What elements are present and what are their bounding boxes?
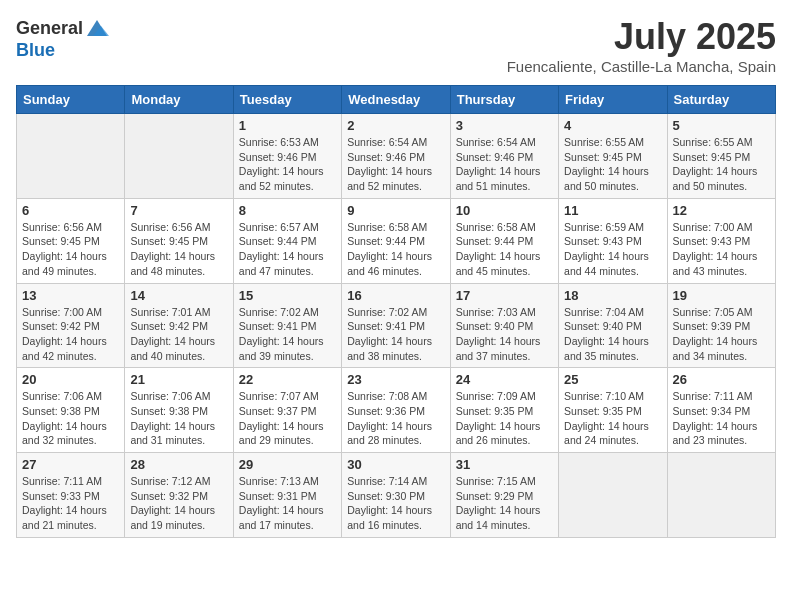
weekday-header-row: SundayMondayTuesdayWednesdayThursdayFrid… (17, 86, 776, 114)
day-number: 20 (22, 372, 119, 387)
day-info: Sunrise: 6:59 AMSunset: 9:43 PMDaylight:… (564, 220, 661, 279)
day-number: 19 (673, 288, 770, 303)
day-number: 18 (564, 288, 661, 303)
calendar-cell: 14Sunrise: 7:01 AMSunset: 9:42 PMDayligh… (125, 283, 233, 368)
calendar-cell: 19Sunrise: 7:05 AMSunset: 9:39 PMDayligh… (667, 283, 775, 368)
weekday-header-cell: Saturday (667, 86, 775, 114)
calendar-cell (559, 453, 667, 538)
calendar-week-row: 1Sunrise: 6:53 AMSunset: 9:46 PMDaylight… (17, 114, 776, 199)
day-info: Sunrise: 6:56 AMSunset: 9:45 PMDaylight:… (22, 220, 119, 279)
day-info: Sunrise: 6:56 AMSunset: 9:45 PMDaylight:… (130, 220, 227, 279)
day-number: 5 (673, 118, 770, 133)
calendar-cell: 12Sunrise: 7:00 AMSunset: 9:43 PMDayligh… (667, 198, 775, 283)
calendar-cell: 23Sunrise: 7:08 AMSunset: 9:36 PMDayligh… (342, 368, 450, 453)
day-number: 21 (130, 372, 227, 387)
day-info: Sunrise: 7:08 AMSunset: 9:36 PMDaylight:… (347, 389, 444, 448)
day-number: 29 (239, 457, 336, 472)
calendar-cell: 2Sunrise: 6:54 AMSunset: 9:46 PMDaylight… (342, 114, 450, 199)
day-number: 4 (564, 118, 661, 133)
logo-text-blue: Blue (16, 40, 55, 60)
day-info: Sunrise: 7:15 AMSunset: 9:29 PMDaylight:… (456, 474, 553, 533)
day-info: Sunrise: 7:02 AMSunset: 9:41 PMDaylight:… (347, 305, 444, 364)
page-header: General Blue July 2025 Fuencaliente, Cas… (16, 16, 776, 75)
day-info: Sunrise: 7:13 AMSunset: 9:31 PMDaylight:… (239, 474, 336, 533)
day-number: 6 (22, 203, 119, 218)
calendar-cell (125, 114, 233, 199)
day-number: 1 (239, 118, 336, 133)
day-number: 9 (347, 203, 444, 218)
weekday-header-cell: Sunday (17, 86, 125, 114)
day-info: Sunrise: 7:11 AMSunset: 9:33 PMDaylight:… (22, 474, 119, 533)
calendar-cell: 29Sunrise: 7:13 AMSunset: 9:31 PMDayligh… (233, 453, 341, 538)
calendar-cell (667, 453, 775, 538)
day-number: 31 (456, 457, 553, 472)
calendar-cell: 15Sunrise: 7:02 AMSunset: 9:41 PMDayligh… (233, 283, 341, 368)
day-number: 8 (239, 203, 336, 218)
calendar-cell: 1Sunrise: 6:53 AMSunset: 9:46 PMDaylight… (233, 114, 341, 199)
calendar-cell: 18Sunrise: 7:04 AMSunset: 9:40 PMDayligh… (559, 283, 667, 368)
day-number: 13 (22, 288, 119, 303)
calendar-cell: 28Sunrise: 7:12 AMSunset: 9:32 PMDayligh… (125, 453, 233, 538)
weekday-header-cell: Tuesday (233, 86, 341, 114)
day-number: 27 (22, 457, 119, 472)
calendar-cell: 27Sunrise: 7:11 AMSunset: 9:33 PMDayligh… (17, 453, 125, 538)
calendar-cell: 22Sunrise: 7:07 AMSunset: 9:37 PMDayligh… (233, 368, 341, 453)
calendar-cell (17, 114, 125, 199)
day-number: 30 (347, 457, 444, 472)
day-number: 15 (239, 288, 336, 303)
day-info: Sunrise: 7:02 AMSunset: 9:41 PMDaylight:… (239, 305, 336, 364)
logo: General Blue (16, 16, 109, 61)
day-info: Sunrise: 7:06 AMSunset: 9:38 PMDaylight:… (22, 389, 119, 448)
calendar-cell: 10Sunrise: 6:58 AMSunset: 9:44 PMDayligh… (450, 198, 558, 283)
calendar-cell: 31Sunrise: 7:15 AMSunset: 9:29 PMDayligh… (450, 453, 558, 538)
day-info: Sunrise: 6:55 AMSunset: 9:45 PMDaylight:… (673, 135, 770, 194)
day-info: Sunrise: 6:57 AMSunset: 9:44 PMDaylight:… (239, 220, 336, 279)
day-number: 16 (347, 288, 444, 303)
day-info: Sunrise: 7:06 AMSunset: 9:38 PMDaylight:… (130, 389, 227, 448)
day-info: Sunrise: 6:54 AMSunset: 9:46 PMDaylight:… (347, 135, 444, 194)
title-block: July 2025 Fuencaliente, Castille-La Manc… (507, 16, 776, 75)
calendar-week-row: 20Sunrise: 7:06 AMSunset: 9:38 PMDayligh… (17, 368, 776, 453)
calendar-cell: 11Sunrise: 6:59 AMSunset: 9:43 PMDayligh… (559, 198, 667, 283)
day-info: Sunrise: 7:09 AMSunset: 9:35 PMDaylight:… (456, 389, 553, 448)
day-number: 28 (130, 457, 227, 472)
calendar-cell: 16Sunrise: 7:02 AMSunset: 9:41 PMDayligh… (342, 283, 450, 368)
calendar-cell: 4Sunrise: 6:55 AMSunset: 9:45 PMDaylight… (559, 114, 667, 199)
day-number: 2 (347, 118, 444, 133)
day-number: 14 (130, 288, 227, 303)
day-number: 25 (564, 372, 661, 387)
day-info: Sunrise: 7:01 AMSunset: 9:42 PMDaylight:… (130, 305, 227, 364)
day-number: 7 (130, 203, 227, 218)
day-info: Sunrise: 7:11 AMSunset: 9:34 PMDaylight:… (673, 389, 770, 448)
day-info: Sunrise: 6:58 AMSunset: 9:44 PMDaylight:… (347, 220, 444, 279)
calendar-cell: 3Sunrise: 6:54 AMSunset: 9:46 PMDaylight… (450, 114, 558, 199)
calendar-cell: 8Sunrise: 6:57 AMSunset: 9:44 PMDaylight… (233, 198, 341, 283)
day-info: Sunrise: 6:53 AMSunset: 9:46 PMDaylight:… (239, 135, 336, 194)
calendar-table: SundayMondayTuesdayWednesdayThursdayFrid… (16, 85, 776, 538)
day-info: Sunrise: 7:10 AMSunset: 9:35 PMDaylight:… (564, 389, 661, 448)
day-info: Sunrise: 7:00 AMSunset: 9:43 PMDaylight:… (673, 220, 770, 279)
calendar-cell: 5Sunrise: 6:55 AMSunset: 9:45 PMDaylight… (667, 114, 775, 199)
calendar-cell: 30Sunrise: 7:14 AMSunset: 9:30 PMDayligh… (342, 453, 450, 538)
calendar-cell: 17Sunrise: 7:03 AMSunset: 9:40 PMDayligh… (450, 283, 558, 368)
day-info: Sunrise: 7:12 AMSunset: 9:32 PMDaylight:… (130, 474, 227, 533)
day-number: 12 (673, 203, 770, 218)
day-number: 26 (673, 372, 770, 387)
weekday-header-cell: Wednesday (342, 86, 450, 114)
day-info: Sunrise: 6:58 AMSunset: 9:44 PMDaylight:… (456, 220, 553, 279)
calendar-week-row: 13Sunrise: 7:00 AMSunset: 9:42 PMDayligh… (17, 283, 776, 368)
day-number: 3 (456, 118, 553, 133)
day-info: Sunrise: 7:00 AMSunset: 9:42 PMDaylight:… (22, 305, 119, 364)
calendar-cell: 24Sunrise: 7:09 AMSunset: 9:35 PMDayligh… (450, 368, 558, 453)
weekday-header-cell: Thursday (450, 86, 558, 114)
day-number: 23 (347, 372, 444, 387)
calendar-body: 1Sunrise: 6:53 AMSunset: 9:46 PMDaylight… (17, 114, 776, 538)
calendar-week-row: 6Sunrise: 6:56 AMSunset: 9:45 PMDaylight… (17, 198, 776, 283)
day-number: 22 (239, 372, 336, 387)
weekday-header-cell: Monday (125, 86, 233, 114)
day-info: Sunrise: 6:55 AMSunset: 9:45 PMDaylight:… (564, 135, 661, 194)
weekday-header-cell: Friday (559, 86, 667, 114)
calendar-week-row: 27Sunrise: 7:11 AMSunset: 9:33 PMDayligh… (17, 453, 776, 538)
calendar-cell: 21Sunrise: 7:06 AMSunset: 9:38 PMDayligh… (125, 368, 233, 453)
day-number: 11 (564, 203, 661, 218)
